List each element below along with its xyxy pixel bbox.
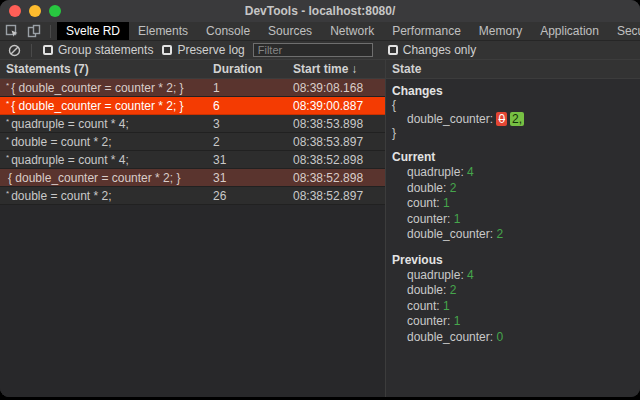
zoom-window-button[interactable]	[49, 5, 61, 17]
start-time-value: 08:38:52.898	[287, 171, 385, 185]
start-time-value: 08:38:52.898	[287, 153, 385, 167]
state-entry: double: 2	[392, 283, 634, 299]
reactive-marker: *	[6, 81, 9, 90]
changes-heading: Changes	[392, 84, 634, 99]
state-panel-body: Changes { double_counter: 02, } Current …	[386, 79, 640, 350]
state-value: 1	[454, 212, 461, 226]
duration-value: 1	[207, 81, 287, 95]
statement-row-selected[interactable]: *{ double_counter = counter * 2; } 6 08:…	[0, 97, 385, 115]
statement-text: { double_counter = counter * 2; }	[11, 81, 183, 95]
device-toolbar-icon[interactable]	[26, 23, 42, 39]
column-header-statements[interactable]: Statements (7)	[0, 62, 207, 76]
state-entry: double_counter: 2	[392, 227, 634, 243]
statements-empty-area	[0, 205, 385, 397]
duration-value: 6	[207, 99, 287, 113]
state-value: 0	[496, 330, 503, 344]
state-value: 1	[443, 299, 450, 313]
reactive-marker: *	[6, 189, 9, 198]
state-value: 4	[467, 165, 474, 179]
statement-text: quadruple = count * 4;	[11, 153, 129, 167]
state-key: double_counter:	[407, 112, 496, 126]
statements-table-header: Statements (7) Duration Start time↓	[0, 60, 385, 79]
tab-security[interactable]: Security	[608, 22, 640, 40]
changes-entry: double_counter: 02,	[392, 112, 634, 127]
state-entry: quadruple: 4	[392, 268, 634, 284]
reactive-marker: *	[6, 117, 9, 126]
duration-value: 3	[207, 117, 287, 131]
start-time-value: 08:38:53.897	[287, 135, 385, 149]
state-entry: double_counter: 0	[392, 330, 634, 346]
devtools-window: DevTools - localhost:8080/ Svelte RD Ele…	[0, 0, 640, 397]
divider	[50, 25, 51, 38]
statement-row[interactable]: *quadruple = count * 4; 31 08:38:52.898	[0, 151, 385, 169]
state-value: 2	[450, 181, 457, 195]
start-time-value: 08:38:52.897	[287, 189, 385, 203]
inspect-element-icon[interactable]	[4, 23, 20, 39]
statements-panel: Statements (7) Duration Start time↓ *{ d…	[0, 60, 386, 397]
state-entry: counter: 1	[392, 314, 634, 330]
filter-input[interactable]	[253, 43, 373, 57]
statement-row[interactable]: *double = count * 2; 2 08:38:53.897	[0, 133, 385, 151]
sort-descending-icon: ↓	[351, 62, 357, 76]
state-value: 1	[454, 314, 461, 328]
state-entry: counter: 1	[392, 212, 634, 228]
checkbox-box	[162, 45, 172, 55]
reactive-marker: *	[6, 135, 9, 144]
column-header-start-time[interactable]: Start time↓	[287, 62, 385, 76]
reactive-marker: *	[6, 153, 9, 162]
duration-value: 26	[207, 189, 287, 203]
title-bar: DevTools - localhost:8080/	[0, 0, 640, 22]
tab-memory[interactable]: Memory	[470, 22, 531, 40]
tab-console[interactable]: Console	[197, 22, 259, 40]
state-value: 2	[496, 227, 503, 241]
close-window-button[interactable]	[9, 5, 21, 17]
preserve-log-checkbox[interactable]: Preserve log	[162, 43, 244, 57]
tab-elements[interactable]: Elements	[129, 22, 197, 40]
start-time-value: 08:39:00.887	[287, 99, 385, 113]
state-entry: quadruple: 4	[392, 165, 634, 181]
start-time-value: 08:38:53.898	[287, 117, 385, 131]
changes-only-checkbox[interactable]: Changes only	[388, 43, 476, 57]
minimize-window-button[interactable]	[29, 5, 41, 17]
statement-text: { double_counter = counter * 2; }	[8, 171, 180, 185]
tab-performance[interactable]: Performance	[383, 22, 470, 40]
checkbox-label: Changes only	[403, 43, 476, 57]
tab-network[interactable]: Network	[321, 22, 383, 40]
state-panel-header: State	[386, 60, 640, 79]
added-value-badge: 2,	[510, 112, 524, 126]
state-panel: State Changes { double_counter: 02, } Cu…	[386, 60, 640, 397]
statement-row[interactable]: *quadruple = count * 4; 3 08:38:53.898	[0, 115, 385, 133]
state-entry: count: 1	[392, 299, 634, 315]
state-entry: double: 2	[392, 181, 634, 197]
statement-text: double = count * 2;	[11, 189, 111, 203]
divider	[31, 44, 32, 57]
current-heading: Current	[392, 150, 634, 165]
checkbox-label: Preserve log	[177, 43, 244, 57]
close-brace: }	[392, 127, 634, 140]
open-brace: {	[392, 99, 634, 112]
reactive-marker: *	[6, 99, 9, 108]
window-title: DevTools - localhost:8080/	[0, 4, 640, 18]
window-controls	[9, 5, 61, 17]
removed-value-badge: 0	[496, 112, 507, 126]
state-value: 1	[443, 196, 450, 210]
start-time-value: 08:39:08.168	[287, 81, 385, 95]
checkbox-box	[43, 45, 53, 55]
statement-row[interactable]: { double_counter = counter * 2; } 31 08:…	[0, 169, 385, 187]
state-value: 2	[450, 283, 457, 297]
duration-value: 2	[207, 135, 287, 149]
statement-text: double = count * 2;	[11, 135, 111, 149]
clear-log-icon[interactable]	[8, 44, 21, 57]
statement-row[interactable]: *{ double_counter = counter * 2; } 1 08:…	[0, 79, 385, 97]
column-header-duration[interactable]: Duration	[207, 62, 287, 76]
statement-row[interactable]: *double = count * 2; 26 08:38:52.897	[0, 187, 385, 205]
tab-svelte-rd[interactable]: Svelte RD	[57, 22, 129, 40]
tab-application[interactable]: Application	[531, 22, 608, 40]
state-value: 4	[467, 268, 474, 282]
duration-value: 31	[207, 153, 287, 167]
group-statements-checkbox[interactable]: Group statements	[43, 43, 153, 57]
previous-heading: Previous	[392, 253, 634, 268]
tab-sources[interactable]: Sources	[259, 22, 321, 40]
duration-value: 31	[207, 171, 287, 185]
statement-text: { double_counter = counter * 2; }	[11, 99, 183, 113]
